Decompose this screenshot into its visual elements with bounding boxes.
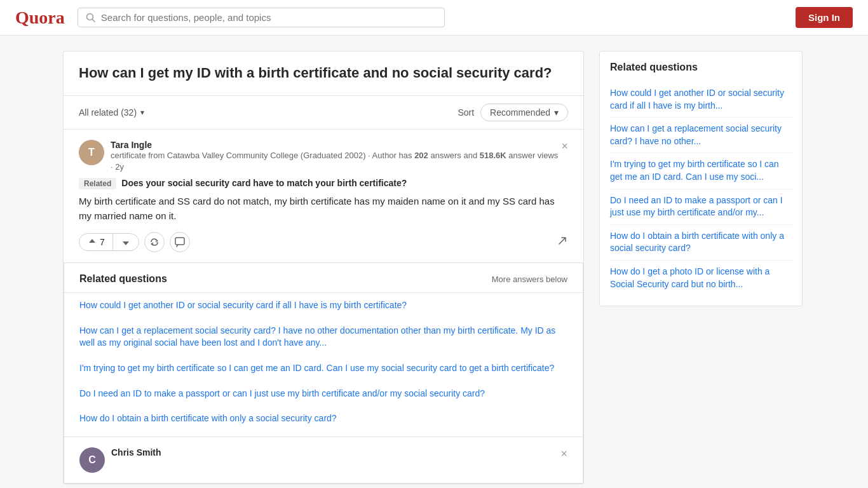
chris-card: C Chris Smith × <box>64 437 583 484</box>
chris-author-info: C Chris Smith <box>79 447 161 473</box>
vote-count: 7 <box>100 237 105 247</box>
close-button[interactable]: × <box>561 140 568 153</box>
chris-close-button[interactable]: × <box>560 447 567 461</box>
sidebar-q-item[interactable]: How do I get a photo ID or license with … <box>610 260 792 295</box>
sidebar-q-item[interactable]: I'm trying to get my birth certificate s… <box>610 152 792 188</box>
chris-header: C Chris Smith × <box>79 447 567 473</box>
search-icon <box>86 13 96 23</box>
avatar: T <box>79 140 104 165</box>
question-title: How can I get my ID with a birth certifi… <box>64 51 583 96</box>
chris-details: Chris Smith <box>111 447 161 458</box>
sort-label: Sort <box>458 107 474 118</box>
chevron-down-icon: ▾ <box>554 107 559 118</box>
comment-button[interactable] <box>170 232 190 252</box>
related-q-item[interactable]: I'm trying to get my birth certificate s… <box>79 356 567 381</box>
sidebar-q-item[interactable]: Do I need an ID to make a passport or ca… <box>610 189 792 224</box>
related-q-list: How could I get another ID or social sec… <box>64 293 583 437</box>
related-tag: Related <box>79 178 116 189</box>
answer-header: T Tara Ingle certificate from Catawba Va… <box>79 140 568 173</box>
upvote-icon <box>87 237 97 247</box>
recommended-label: Recommended <box>490 107 550 118</box>
author-details: Tara Ingle certificate from Catawba Vall… <box>111 140 561 173</box>
related-questions-section: Related questions More answers below How… <box>64 263 583 437</box>
sidebar-q-item[interactable]: How can I get a replacement social secur… <box>610 117 792 152</box>
svg-line-1 <box>92 19 95 22</box>
author-info: T Tara Ingle certificate from Catawba Va… <box>79 140 561 173</box>
related-questions-header: Related questions More answers below <box>64 263 583 293</box>
chevron-down-icon: ▾ <box>140 108 144 117</box>
question-card: How can I get my ID with a birth certifi… <box>63 51 584 484</box>
chris-avatar: C <box>79 447 105 473</box>
author-bio: certificate from Catawba Valley Communit… <box>111 150 561 173</box>
page-container: How can I get my ID with a birth certifi… <box>53 36 815 488</box>
related-q-item[interactable]: How could I get another ID or social sec… <box>79 293 567 318</box>
action-bar: 7 <box>79 232 568 252</box>
related-q-item[interactable]: How can I get a replacement social secur… <box>79 318 567 356</box>
share-button[interactable] <box>557 235 568 250</box>
upvote-button[interactable]: 7 <box>79 234 113 250</box>
sort-area: Sort Recommended ▾ <box>458 104 568 121</box>
downvote-icon <box>121 237 131 247</box>
logo[interactable]: Quora <box>15 8 65 28</box>
sidebar-title: Related questions <box>610 62 792 73</box>
search-bar[interactable] <box>78 8 445 27</box>
sort-dropdown[interactable]: Recommended ▾ <box>480 104 568 121</box>
sidebar-q-item[interactable]: How do I obtain a birth certificate with… <box>610 224 792 260</box>
main-content: How can I get my ID with a birth certifi… <box>63 51 584 484</box>
all-related-dropdown[interactable]: All related (32) ▾ <box>79 107 144 118</box>
more-answers-link: More answers below <box>492 274 567 284</box>
author-name[interactable]: Tara Ingle <box>111 140 561 150</box>
answer-card: T Tara Ingle certificate from Catawba Va… <box>64 130 583 264</box>
reshare-icon <box>149 237 159 247</box>
related-questions-title: Related questions <box>79 273 167 285</box>
comment-icon <box>175 237 185 247</box>
vote-group: 7 <box>79 233 139 251</box>
sign-in-button[interactable]: Sign In <box>796 7 853 28</box>
downvote-button[interactable] <box>113 234 139 250</box>
search-input[interactable] <box>101 12 437 23</box>
chris-name[interactable]: Chris Smith <box>111 447 161 458</box>
related-q-item[interactable]: Do I need an ID to make a passport or ca… <box>79 381 567 407</box>
all-related-label: All related (32) <box>79 107 137 118</box>
share-icon <box>557 235 568 247</box>
related-q-item[interactable]: How do I obtain a birth certificate with… <box>79 406 567 431</box>
reshare-button[interactable] <box>144 232 165 252</box>
header: Quora Sign In <box>0 0 868 36</box>
related-question-text: RelatedDoes your social security card ha… <box>79 178 568 189</box>
sidebar-q-item[interactable]: How could I get another ID or social sec… <box>610 82 792 117</box>
sidebar-card: Related questions How could I get anothe… <box>599 51 803 306</box>
sidebar: Related questions How could I get anothe… <box>599 51 803 484</box>
svg-rect-2 <box>175 238 184 245</box>
answer-body: My birth certificate and SS card do not … <box>79 194 568 223</box>
filter-bar: All related (32) ▾ Sort Recommended ▾ <box>64 96 583 130</box>
